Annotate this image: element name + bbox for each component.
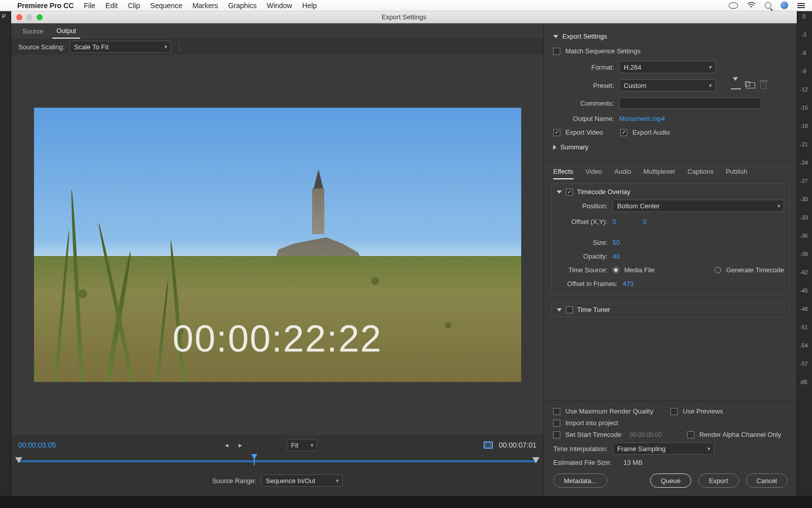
metadata-button[interactable]: Metadata...: [553, 473, 607, 488]
time-interp-label: Time Interpolation:: [553, 445, 607, 453]
position-select[interactable]: Bottom Center: [613, 200, 784, 212]
offset-label: Offset (X,Y):: [557, 218, 607, 226]
import-project-label: Import into project: [565, 419, 618, 427]
time-source-label: Time Source:: [557, 266, 607, 274]
timecode-current[interactable]: 00:00:03:05: [18, 441, 56, 449]
chevron-right-icon: [553, 145, 556, 150]
timeline-scrubber[interactable]: [18, 454, 536, 468]
background-panel-left: P: [0, 11, 11, 496]
time-interp-select[interactable]: Frame Sampling: [613, 442, 714, 455]
opacity-value[interactable]: 40: [613, 252, 620, 260]
menu-file[interactable]: File: [84, 2, 95, 10]
import-project-checkbox[interactable]: [553, 420, 560, 427]
start-timecode-value: 00:00:00:00: [627, 431, 662, 438]
tab-effects[interactable]: Effects: [553, 165, 573, 179]
chevron-down-icon: [557, 308, 562, 311]
timecode-overlay-checkbox[interactable]: [566, 188, 573, 196]
position-label: Position:: [557, 202, 607, 210]
output-name-link[interactable]: Monument.mp4: [619, 115, 665, 122]
format-select[interactable]: H.264: [619, 61, 716, 73]
export-video-checkbox[interactable]: [553, 129, 560, 136]
est-size-value: 13 MB: [624, 459, 643, 466]
offset-frames-value[interactable]: 473: [623, 280, 634, 288]
timecode-overlay-heading[interactable]: Timecode Overlay: [557, 187, 784, 197]
preset-select[interactable]: Custom: [619, 79, 716, 91]
menu-edit[interactable]: Edit: [106, 2, 118, 10]
start-timecode-checkbox[interactable]: [553, 431, 560, 438]
chevron-down-icon: [557, 190, 562, 194]
output-name-label: Output Name:: [553, 115, 614, 122]
alpha-checkbox[interactable]: [687, 431, 694, 438]
queue-button[interactable]: Queue: [650, 473, 691, 488]
close-icon[interactable]: [16, 14, 22, 20]
generate-timecode-label: Generate Timecode: [726, 266, 784, 274]
save-preset-icon[interactable]: [731, 81, 741, 89]
time-tuner-heading[interactable]: Time Tuner: [557, 306, 784, 313]
match-sequence-checkbox[interactable]: [553, 48, 560, 55]
tab-publish[interactable]: Publish: [726, 165, 748, 179]
menu-sequence[interactable]: Sequence: [150, 2, 182, 10]
size-label: Size:: [557, 239, 607, 246]
menu-clip[interactable]: Clip: [128, 2, 140, 10]
in-point-handle[interactable]: [15, 457, 22, 463]
max-render-label: Use Maximum Render Quality: [565, 407, 653, 415]
import-preset-icon[interactable]: [746, 82, 755, 88]
radio-generate-timecode[interactable]: [715, 267, 721, 273]
menu-window[interactable]: Window: [267, 2, 292, 10]
summary-heading[interactable]: Summary: [553, 139, 788, 155]
radio-media-file[interactable]: [613, 267, 619, 273]
delete-preset-icon[interactable]: [760, 82, 766, 89]
menu-graphics[interactable]: Graphics: [228, 2, 257, 10]
menubar-app[interactable]: Premiere Pro CC: [17, 2, 74, 10]
siri-icon[interactable]: [781, 2, 788, 9]
background-meter-right: 0 -3 -6 -9 -12 -15 -18 -21 -24 -27 -30 -…: [797, 11, 812, 496]
tab-video[interactable]: Video: [586, 165, 602, 179]
cancel-button[interactable]: Cancel: [746, 473, 788, 488]
menu-markers[interactable]: Markers: [192, 2, 218, 10]
notification-center-icon[interactable]: [797, 3, 805, 8]
use-previews-checkbox[interactable]: [670, 408, 678, 415]
timecode-overlay-text: 00:00:22:22: [173, 317, 382, 360]
minimize-icon: [26, 14, 32, 20]
creative-cloud-icon[interactable]: [729, 3, 738, 9]
tab-output[interactable]: Output: [52, 24, 80, 39]
offset-frames-label: Offset in Frames:: [557, 280, 618, 288]
source-scaling-select[interactable]: Scale To Fit: [70, 41, 171, 53]
menu-help[interactable]: Help: [302, 2, 317, 10]
wifi-icon[interactable]: [747, 2, 756, 10]
export-button[interactable]: Export: [698, 473, 739, 488]
offset-y[interactable]: 0: [643, 218, 647, 226]
source-range-select[interactable]: Sequence In/Out: [261, 474, 343, 487]
safe-margins-icon[interactable]: [484, 441, 493, 449]
comments-input[interactable]: [619, 98, 761, 109]
tab-captions[interactable]: Captions: [688, 165, 714, 179]
source-scaling-label: Source Scaling:: [18, 43, 64, 51]
step-fwd-icon[interactable]: ▸: [236, 441, 244, 449]
tab-audio[interactable]: Audio: [615, 165, 631, 179]
export-settings-heading[interactable]: Export Settings: [553, 28, 788, 44]
dialog-title: Export Settings: [382, 13, 426, 21]
source-range-label: Source Range:: [212, 477, 256, 485]
max-render-checkbox[interactable]: [553, 408, 560, 415]
comments-label: Comments:: [553, 100, 614, 107]
export-audio-checkbox[interactable]: [620, 129, 627, 136]
zoom-icon[interactable]: [37, 14, 43, 20]
playhead-icon[interactable]: [251, 454, 257, 465]
tab-source[interactable]: Source: [18, 24, 47, 38]
chevron-down-icon: [553, 35, 558, 38]
est-size-label: Estimated File Size:: [553, 459, 612, 466]
step-back-icon[interactable]: ◂: [223, 441, 230, 449]
zoom-fit-select[interactable]: Fit: [287, 439, 317, 451]
spotlight-icon[interactable]: [765, 2, 771, 9]
match-sequence-label: Match Sequence Settings: [565, 47, 640, 55]
tab-multiplexer[interactable]: Multiplexer: [644, 165, 675, 179]
export-audio-label: Export Audio: [632, 129, 670, 136]
settings-tabs: Effects Video Audio Multiplexer Captions…: [544, 160, 797, 179]
preset-label: Preset:: [553, 82, 614, 89]
out-point-handle[interactable]: [532, 457, 539, 463]
size-value[interactable]: 50: [613, 239, 620, 246]
format-label: Format:: [553, 64, 614, 71]
time-tuner-checkbox[interactable]: [566, 306, 573, 313]
use-previews-label: Use Previews: [683, 407, 723, 415]
offset-x[interactable]: 0: [613, 218, 638, 226]
